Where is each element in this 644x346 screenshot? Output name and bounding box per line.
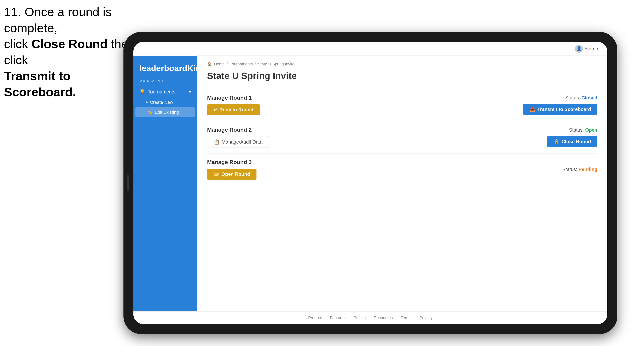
footer-product[interactable]: Product [308, 316, 322, 320]
sign-in-button[interactable]: 👤 Sign In [575, 45, 600, 53]
breadcrumb-home[interactable]: Home [214, 62, 224, 66]
logo-plain: leaderboard [140, 64, 187, 73]
open-round-button[interactable]: 📂 Open Round [207, 169, 256, 180]
round-3-status-prefix: Status: [562, 167, 578, 172]
round-3-status-value: Pending [578, 167, 598, 172]
transmit-label: Transmit to Scoreboard [538, 107, 591, 112]
round-2-status: Status: Open [569, 127, 598, 133]
round-2-section: Manage Round 2 📋 Manage/Audit Data Statu… [207, 121, 598, 154]
breadcrumb-sep2: / [255, 62, 256, 66]
round-3-title: Manage Round 3 [207, 159, 256, 166]
open-round-icon: 📂 [214, 172, 220, 177]
tablet-screen: 👤 Sign In leaderboardKing MAIN MENU 🏆 [134, 42, 607, 324]
round-2-right: Status: Open 🔒 Close Round [547, 127, 598, 147]
sidebar-item-tournaments[interactable]: 🏆 Tournaments ▾ [134, 86, 197, 97]
reopen-round-icon: ↩ [214, 107, 218, 113]
breadcrumb-current: State U Spring Invite [258, 62, 294, 66]
sidebar-item-edit-existing[interactable]: ✏️ Edit Existing [136, 107, 195, 117]
breadcrumb-sep1: / [226, 62, 228, 66]
chevron-icon: ▾ [189, 89, 191, 95]
sign-in-label: Sign In [584, 46, 600, 51]
logo: leaderboardKing [140, 64, 191, 73]
close-round-label: Close Round [562, 139, 591, 144]
breadcrumb-home-icon: 🏠 [207, 62, 212, 66]
round-1-status-value: Closed [582, 95, 598, 100]
round-1-section: Manage Round 1 ↩ Reopen Round Status: Cl… [207, 89, 598, 121]
tablet-device: 👤 Sign In leaderboardKing MAIN MENU 🏆 [124, 32, 617, 334]
sidebar-item-create-new[interactable]: + Create New [134, 97, 197, 107]
edit-existing-label: Edit Existing [155, 110, 179, 115]
audit-icon: 📋 [214, 139, 220, 145]
footer-features[interactable]: Features [330, 316, 346, 320]
app-header: 👤 Sign In [134, 42, 607, 56]
manage-audit-data-button[interactable]: 📋 Manage/Audit Data [207, 136, 269, 148]
instruction-line1: 11. Once a round is complete, [4, 5, 112, 35]
footer-pricing[interactable]: Pricing [354, 316, 366, 320]
main-menu-label: MAIN MENU [134, 79, 197, 86]
logo-area: leaderboardKing [134, 62, 197, 79]
tournaments-label: Tournaments [148, 89, 176, 95]
round-2-title: Manage Round 2 [207, 127, 269, 133]
transmit-to-scoreboard-button[interactable]: 📤 Transmit to Scoreboard [523, 104, 598, 115]
edit-existing-icon: ✏️ [147, 110, 153, 115]
footer-resources[interactable]: Resources [374, 316, 393, 320]
instruction-text: 11. Once a round is complete, click Clos… [4, 4, 140, 100]
avatar-glyph: 👤 [576, 46, 582, 51]
audit-label: Manage/Audit Data [222, 139, 262, 145]
reopen-round-label: Reopen Round [220, 107, 254, 113]
round-2-left: Manage Round 2 📋 Manage/Audit Data [207, 127, 269, 148]
nav-item-left: 🏆 Tournaments [140, 89, 176, 95]
create-new-label: Create New [150, 100, 173, 105]
main-content: 🏠 Home / Tournaments / State U Spring In… [197, 56, 607, 311]
round-3-left: Manage Round 3 📂 Open Round [207, 159, 256, 180]
app-footer: Product Features Pricing Resources Terms… [134, 311, 607, 324]
footer-terms[interactable]: Terms [401, 316, 412, 320]
avatar-icon: 👤 [575, 45, 583, 53]
close-round-icon: 🔒 [554, 139, 560, 144]
round-1-status: Status: Closed [565, 95, 598, 101]
tournaments-icon: 🏆 [140, 89, 145, 95]
breadcrumb: 🏠 Home / Tournaments / State U Spring In… [207, 62, 598, 66]
transmit-icon: 📤 [530, 107, 536, 112]
instruction-close-round: Close Round [32, 37, 108, 51]
tablet-side-button [127, 175, 129, 191]
round-3-section: Manage Round 3 📂 Open Round Status: Pend… [207, 154, 598, 185]
round-1-title: Manage Round 1 [207, 95, 260, 101]
create-new-icon: + [145, 100, 148, 105]
instruction-transmit: Transmit to Scoreboard. [4, 69, 76, 99]
round-2-status-value: Open [585, 127, 598, 133]
app-layout: leaderboardKing MAIN MENU 🏆 Tournaments … [134, 56, 607, 311]
instruction-line2-prefix: click [4, 37, 32, 51]
close-round-button[interactable]: 🔒 Close Round [547, 136, 598, 147]
round-1-left: Manage Round 1 ↩ Reopen Round [207, 95, 260, 115]
breadcrumb-tournaments[interactable]: Tournaments [230, 62, 253, 66]
round-1-right: Status: Closed 📤 Transmit to Scoreboard [523, 95, 598, 115]
round-3-status: Status: Pending [562, 167, 598, 172]
round-1-status-prefix: Status: [565, 95, 582, 100]
round-3-right: Status: Pending [562, 167, 598, 172]
sidebar: leaderboardKing MAIN MENU 🏆 Tournaments … [134, 56, 197, 311]
open-round-label: Open Round [222, 172, 250, 177]
footer-privacy[interactable]: Privacy [420, 316, 433, 320]
page-title: State U Spring Invite [207, 70, 598, 81]
reopen-round-button[interactable]: ↩ Reopen Round [207, 104, 260, 115]
round-2-status-prefix: Status: [569, 127, 585, 133]
